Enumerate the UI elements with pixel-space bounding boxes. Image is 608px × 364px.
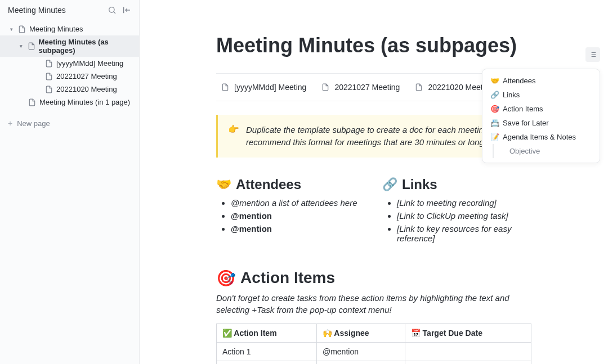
pointer-icon: 👉 <box>228 124 239 149</box>
table-cell[interactable]: @mention <box>316 361 405 364</box>
outline-panel: 🤝Attendees🔗Links🎯Action Items📇Save for L… <box>482 69 600 163</box>
table-cell[interactable]: @mention <box>316 342 405 361</box>
action-desc: Don't forget to create tasks from these … <box>216 292 531 316</box>
subpage-tab[interactable]: [yyyyMMdd] Meeting <box>216 80 311 94</box>
outline-item[interactable]: 📝Agenda Items & Notes <box>482 130 600 144</box>
sidebar-item-label: Meeting Minutes (in 1 page) <box>39 98 130 106</box>
page-icon <box>321 83 330 92</box>
outline-label: Links <box>503 91 520 99</box>
tab-label: 20221027 Meeting <box>334 83 400 92</box>
outline-item[interactable]: 🤝Attendees <box>482 74 600 88</box>
caret-icon: ▾ <box>8 26 15 33</box>
page-icon <box>18 25 26 33</box>
page-icon <box>45 73 53 80</box>
svg-line-1 <box>114 12 115 14</box>
page-tree: ▾Meeting Minutes▾Meeting Minutes (as sub… <box>0 20 139 111</box>
main-content: 🤝Attendees🔗Links🎯Action Items📇Save for L… <box>140 0 608 364</box>
caret-icon: ▾ <box>18 43 24 50</box>
attendees-section: 🤝 Attendees @mention a list of attendees… <box>216 177 365 246</box>
list-item: [Link to ClickUp meeting task] <box>397 211 531 221</box>
outline-label: Agenda Items & Notes <box>503 133 576 141</box>
outline-label: Action Items <box>503 105 543 113</box>
callout-text: Duplicate the template subpage to create… <box>246 124 521 149</box>
sidebar-item[interactable]: 20221027 Meeting <box>0 70 139 83</box>
subpage-tab[interactable]: 20221027 Meeting <box>316 80 404 94</box>
outline-item[interactable]: Objective <box>493 144 600 158</box>
list-item: @mention <box>231 211 365 221</box>
table-cell[interactable] <box>405 361 531 364</box>
list-item: @mention <box>231 224 365 233</box>
table-header: 📅 Target Due Date <box>405 323 531 342</box>
sidebar-header: Meeting Minutes <box>0 0 139 20</box>
outline-emoji: 🤝 <box>490 77 499 85</box>
sidebar-item-label: 20221020 Meeting <box>56 85 117 93</box>
page-icon <box>221 83 230 92</box>
caret-icon <box>35 60 42 67</box>
outline-item[interactable]: 📇Save for Later <box>482 116 600 130</box>
attendees-heading: Attendees <box>236 177 301 192</box>
outline-emoji: 📝 <box>490 133 499 141</box>
sidebar-item[interactable]: ▾Meeting Minutes <box>0 23 139 35</box>
outline-label: Attendees <box>503 77 536 85</box>
plus-icon: + <box>8 119 12 128</box>
list-item: @mention a list of attendees here <box>231 198 365 208</box>
collapse-icon[interactable] <box>122 6 131 15</box>
svg-point-0 <box>109 7 114 12</box>
target-icon: 🎯 <box>216 269 236 287</box>
new-page-label: New page <box>17 119 50 128</box>
table-row: Action 2@mention <box>217 361 531 364</box>
outline-item[interactable]: 🎯Action Items <box>482 102 600 116</box>
page-icon <box>28 42 35 50</box>
search-icon[interactable] <box>108 6 117 15</box>
link-icon: 🔗 <box>382 177 397 192</box>
sidebar-title: Meeting Minutes <box>8 6 66 15</box>
sidebar-item[interactable]: [yyyyMMdd] Meeting <box>0 57 139 70</box>
caret-icon <box>35 73 42 80</box>
sidebar-item[interactable]: ▾Meeting Minutes (as subpages) <box>0 35 139 57</box>
outline-item[interactable]: 🔗Links <box>482 88 600 102</box>
page-icon <box>45 60 53 68</box>
table-cell[interactable]: Action 1 <box>217 342 317 361</box>
action-items-table: ✅ Action Item🙌 Assignee📅 Target Due Date… <box>216 323 531 365</box>
list-item: [Link to key resources for easy referenc… <box>397 224 531 243</box>
outline-emoji: 📇 <box>490 119 499 127</box>
outline-emoji: 🎯 <box>490 105 499 113</box>
caret-icon <box>18 99 25 106</box>
toc-toggle-button[interactable] <box>585 47 600 62</box>
tab-label: [yyyyMMdd] Meeting <box>234 83 306 92</box>
page-title: Meeting Minutes (as subpages) <box>216 34 531 57</box>
caret-icon <box>35 86 42 93</box>
sidebar: Meeting Minutes ▾Meeting Minutes▾Meeting… <box>0 0 140 364</box>
sidebar-item-label: Meeting Minutes <box>29 25 83 33</box>
sidebar-item-label: Meeting Minutes (as subpages) <box>39 38 135 55</box>
table-header: 🙌 Assignee <box>316 323 405 342</box>
sidebar-item-label: [yyyyMMdd] Meeting <box>56 59 123 68</box>
page-icon <box>28 98 36 106</box>
outline-label: Objective <box>509 147 540 155</box>
table-row: Action 1@mention <box>217 342 531 361</box>
page-icon <box>45 86 53 93</box>
handshake-icon: 🤝 <box>216 177 231 192</box>
page-icon <box>414 83 423 92</box>
action-heading: Action Items <box>240 269 335 287</box>
links-section: 🔗 Links [Link to meeting recording][Link… <box>382 177 531 246</box>
links-heading: Links <box>402 177 437 192</box>
outline-emoji: 🔗 <box>490 91 499 99</box>
outline-label: Save for Later <box>503 119 549 127</box>
sidebar-item[interactable]: Meeting Minutes (in 1 page) <box>0 96 139 109</box>
table-cell[interactable] <box>405 342 531 361</box>
sidebar-item-label: 20221027 Meeting <box>56 72 117 80</box>
sidebar-item[interactable]: 20221020 Meeting <box>0 83 139 96</box>
new-page-button[interactable]: + New page <box>0 115 139 131</box>
list-item: [Link to meeting recording] <box>397 198 531 208</box>
table-header: ✅ Action Item <box>217 323 317 342</box>
table-cell[interactable]: Action 2 <box>217 361 317 364</box>
